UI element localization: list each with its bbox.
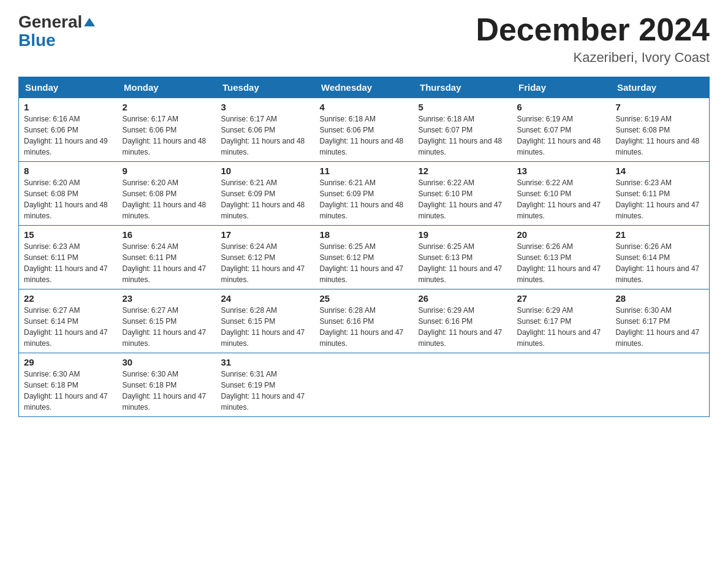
day-info: Sunrise: 6:29 AMSunset: 6:16 PMDaylight:… [419, 305, 507, 349]
calendar-cell: 15Sunrise: 6:23 AMSunset: 6:11 PMDayligh… [19, 226, 118, 289]
header-monday: Monday [118, 77, 216, 98]
day-number: 21 [616, 229, 705, 240]
calendar-week-row: 8Sunrise: 6:20 AMSunset: 6:08 PMDaylight… [19, 162, 710, 226]
calendar-cell: 10Sunrise: 6:21 AMSunset: 6:09 PMDayligh… [216, 162, 315, 226]
day-number: 27 [517, 293, 606, 304]
day-info: Sunrise: 6:23 AMSunset: 6:11 PMDaylight:… [24, 241, 113, 285]
calendar-cell: 22Sunrise: 6:27 AMSunset: 6:14 PMDayligh… [19, 289, 118, 353]
day-info: Sunrise: 6:20 AMSunset: 6:08 PMDaylight:… [123, 177, 211, 221]
calendar-cell: 3Sunrise: 6:17 AMSunset: 6:06 PMDaylight… [216, 98, 315, 162]
calendar-cell: 23Sunrise: 6:27 AMSunset: 6:15 PMDayligh… [118, 289, 216, 353]
day-info: Sunrise: 6:19 AMSunset: 6:08 PMDaylight:… [616, 113, 705, 158]
logo-blue-text: Blue [18, 32, 56, 49]
day-info: Sunrise: 6:22 AMSunset: 6:10 PMDaylight:… [517, 177, 606, 221]
calendar-cell: 13Sunrise: 6:22 AMSunset: 6:10 PMDayligh… [512, 162, 611, 226]
day-info: Sunrise: 6:26 AMSunset: 6:14 PMDaylight:… [616, 241, 705, 285]
day-number: 31 [221, 357, 310, 367]
day-number: 3 [221, 102, 310, 112]
header-wednesday: Wednesday [315, 77, 414, 98]
calendar-cell: 28Sunrise: 6:30 AMSunset: 6:17 PMDayligh… [611, 289, 710, 353]
calendar-cell: 26Sunrise: 6:29 AMSunset: 6:16 PMDayligh… [414, 289, 512, 353]
calendar-cell: 14Sunrise: 6:23 AMSunset: 6:11 PMDayligh… [611, 162, 710, 226]
day-number: 15 [24, 229, 113, 240]
day-number: 10 [221, 166, 310, 176]
day-number: 16 [123, 229, 211, 240]
calendar-table: SundayMondayTuesdayWednesdayThursdayFrid… [18, 77, 710, 417]
calendar-cell: 31Sunrise: 6:31 AMSunset: 6:19 PMDayligh… [216, 353, 315, 417]
day-info: Sunrise: 6:24 AMSunset: 6:12 PMDaylight:… [221, 241, 310, 285]
day-number: 2 [123, 102, 211, 112]
day-info: Sunrise: 6:27 AMSunset: 6:15 PMDaylight:… [123, 305, 211, 349]
day-number: 1 [24, 102, 113, 112]
day-info: Sunrise: 6:25 AMSunset: 6:13 PMDaylight:… [419, 241, 507, 285]
calendar-cell: 6Sunrise: 6:19 AMSunset: 6:07 PMDaylight… [512, 98, 611, 162]
day-number: 7 [616, 102, 705, 112]
calendar-week-row: 22Sunrise: 6:27 AMSunset: 6:14 PMDayligh… [19, 289, 710, 353]
day-info: Sunrise: 6:20 AMSunset: 6:08 PMDaylight:… [24, 177, 113, 221]
day-number: 17 [221, 229, 310, 240]
day-info: Sunrise: 6:24 AMSunset: 6:11 PMDaylight:… [123, 241, 211, 285]
calendar-cell [512, 353, 611, 417]
logo: General Blue [18, 12, 95, 49]
day-number: 12 [419, 166, 507, 176]
calendar-cell: 2Sunrise: 6:17 AMSunset: 6:06 PMDaylight… [118, 98, 216, 162]
day-info: Sunrise: 6:30 AMSunset: 6:18 PMDaylight:… [123, 369, 211, 413]
calendar-cell: 8Sunrise: 6:20 AMSunset: 6:08 PMDaylight… [19, 162, 118, 226]
day-number: 23 [123, 293, 211, 304]
calendar-cell: 4Sunrise: 6:18 AMSunset: 6:06 PMDaylight… [315, 98, 414, 162]
day-info: Sunrise: 6:30 AMSunset: 6:18 PMDaylight:… [24, 369, 113, 413]
day-info: Sunrise: 6:31 AMSunset: 6:19 PMDaylight:… [221, 369, 310, 413]
header: General Blue December 2024 Kazeriberi, I… [18, 12, 710, 66]
day-number: 22 [24, 293, 113, 304]
calendar-cell: 24Sunrise: 6:28 AMSunset: 6:15 PMDayligh… [216, 289, 315, 353]
day-info: Sunrise: 6:18 AMSunset: 6:07 PMDaylight:… [419, 113, 507, 158]
calendar-header-row: SundayMondayTuesdayWednesdayThursdayFrid… [19, 77, 710, 98]
calendar-week-row: 15Sunrise: 6:23 AMSunset: 6:11 PMDayligh… [19, 226, 710, 289]
calendar-cell: 29Sunrise: 6:30 AMSunset: 6:18 PMDayligh… [19, 353, 118, 417]
day-info: Sunrise: 6:21 AMSunset: 6:09 PMDaylight:… [221, 177, 310, 221]
day-number: 29 [24, 357, 113, 367]
header-saturday: Saturday [611, 77, 710, 98]
day-info: Sunrise: 6:27 AMSunset: 6:14 PMDaylight:… [24, 305, 113, 349]
day-number: 6 [517, 102, 606, 112]
day-info: Sunrise: 6:25 AMSunset: 6:12 PMDaylight:… [320, 241, 409, 285]
day-number: 25 [320, 293, 409, 304]
calendar-cell: 9Sunrise: 6:20 AMSunset: 6:08 PMDaylight… [118, 162, 216, 226]
calendar-cell: 11Sunrise: 6:21 AMSunset: 6:09 PMDayligh… [315, 162, 414, 226]
day-number: 13 [517, 166, 606, 176]
day-number: 20 [517, 229, 606, 240]
header-friday: Friday [512, 77, 611, 98]
day-number: 9 [123, 166, 211, 176]
calendar-cell: 27Sunrise: 6:29 AMSunset: 6:17 PMDayligh… [512, 289, 611, 353]
logo-triangle-icon [84, 15, 95, 26]
day-info: Sunrise: 6:29 AMSunset: 6:17 PMDaylight:… [517, 305, 606, 349]
day-info: Sunrise: 6:28 AMSunset: 6:16 PMDaylight:… [320, 305, 409, 349]
calendar-cell: 25Sunrise: 6:28 AMSunset: 6:16 PMDayligh… [315, 289, 414, 353]
day-number: 30 [123, 357, 211, 367]
day-number: 8 [24, 166, 113, 176]
day-info: Sunrise: 6:17 AMSunset: 6:06 PMDaylight:… [221, 113, 310, 158]
calendar-week-row: 29Sunrise: 6:30 AMSunset: 6:18 PMDayligh… [19, 353, 710, 417]
page-title: December 2024 [476, 12, 710, 47]
day-number: 28 [616, 293, 705, 304]
day-number: 4 [320, 102, 409, 112]
day-info: Sunrise: 6:30 AMSunset: 6:17 PMDaylight:… [616, 305, 705, 349]
day-number: 5 [419, 102, 507, 112]
day-info: Sunrise: 6:16 AMSunset: 6:06 PMDaylight:… [24, 113, 113, 158]
day-info: Sunrise: 6:22 AMSunset: 6:10 PMDaylight:… [419, 177, 507, 221]
day-info: Sunrise: 6:18 AMSunset: 6:06 PMDaylight:… [320, 113, 409, 158]
calendar-cell: 7Sunrise: 6:19 AMSunset: 6:08 PMDaylight… [611, 98, 710, 162]
day-info: Sunrise: 6:21 AMSunset: 6:09 PMDaylight:… [320, 177, 409, 221]
day-info: Sunrise: 6:23 AMSunset: 6:11 PMDaylight:… [616, 177, 705, 221]
calendar-cell: 17Sunrise: 6:24 AMSunset: 6:12 PMDayligh… [216, 226, 315, 289]
calendar-cell [315, 353, 414, 417]
calendar-cell [611, 353, 710, 417]
day-number: 19 [419, 229, 507, 240]
calendar-week-row: 1Sunrise: 6:16 AMSunset: 6:06 PMDaylight… [19, 98, 710, 162]
header-sunday: Sunday [19, 77, 118, 98]
day-number: 14 [616, 166, 705, 176]
header-thursday: Thursday [414, 77, 512, 98]
day-number: 18 [320, 229, 409, 240]
page-subtitle: Kazeriberi, Ivory Coast [476, 50, 710, 66]
calendar-cell: 30Sunrise: 6:30 AMSunset: 6:18 PMDayligh… [118, 353, 216, 417]
